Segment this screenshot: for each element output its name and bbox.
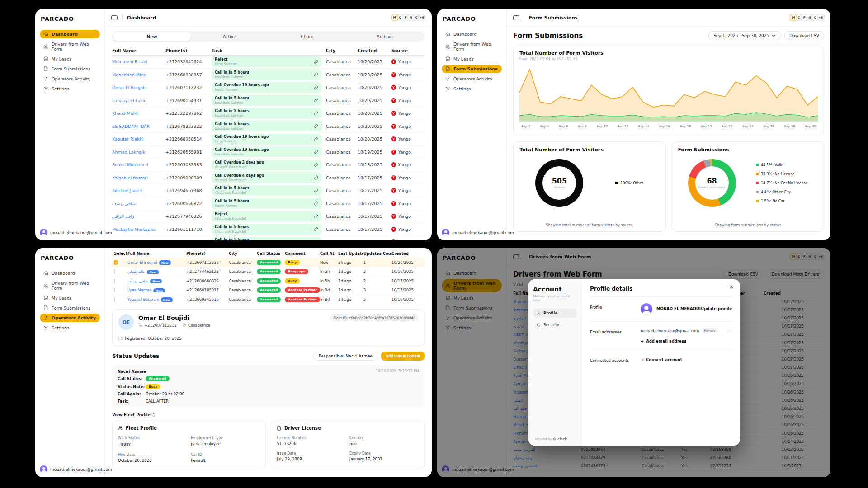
tab-active[interactable]: Active (191, 32, 269, 41)
sidebar-item-operators-activity[interactable]: Operators Activity (40, 314, 100, 322)
row-checkbox[interactable] (114, 288, 115, 292)
row-checkbox[interactable] (114, 269, 115, 274)
operator-lead-link[interactable]: شافي يوسف (127, 279, 148, 283)
operator-lead-link[interactable]: Ilyas Marzaq (127, 288, 151, 292)
table-row[interactable]: Ahmad Lakhalk+212626665981Call Overdue 1… (112, 146, 425, 159)
operator-lead-link[interactable]: خالد البدلي (127, 269, 145, 274)
table-row[interactable]: Mohedden Mino+212668888857Call In in 5 h… (112, 69, 425, 82)
link-icon[interactable] (314, 175, 318, 180)
link-icon[interactable] (314, 214, 318, 219)
table-row[interactable]: شافي يوسف+212600660822Call In in 5 hours… (112, 197, 425, 211)
table-row[interactable]: Ismaayl El Fakiri+212690154931Call In in… (112, 94, 425, 108)
task-badge[interactable]: Call In in 5 hoursChourouk Bouhdel (212, 185, 321, 196)
sidebar-item-dashboard[interactable]: Dashboard (40, 30, 100, 38)
sidebar-item-drivers-from-web-form[interactable]: Drivers from Web Form (40, 40, 100, 53)
table-row[interactable]: شافي يوسفNew+212600660822CasablancaAnswe… (112, 277, 425, 286)
row-checkbox[interactable] (114, 279, 115, 283)
sidebar-item-dashboard[interactable]: Dashboard (40, 269, 100, 277)
row-checkbox[interactable] (114, 297, 115, 302)
sidebar-item-operators-activity[interactable]: Operators Activity (442, 75, 502, 83)
link-icon[interactable] (314, 98, 318, 103)
connect-account-button[interactable]: +Connect account (641, 357, 682, 362)
table-row[interactable]: ES SADDAM IDAR+212678323322Call In in 5 … (112, 120, 425, 133)
close-icon[interactable]: ✕ (729, 284, 734, 290)
link-icon[interactable] (314, 163, 318, 167)
avatar-+6[interactable]: +6 (817, 14, 824, 21)
link-icon[interactable] (314, 85, 318, 90)
tab-churn[interactable]: Churn (269, 32, 346, 41)
task-badge[interactable]: RejectChourouk Bouhdel (212, 211, 321, 222)
lead-name-link[interactable]: ES SADDAM IDAR (112, 124, 165, 129)
date-range-button[interactable]: Sep 1, 2025 - Sep 30, 2025 (708, 31, 781, 40)
table-row[interactable]: Mustapha Mustapha+212661111710Call In in… (112, 223, 425, 236)
lead-name-link[interactable]: Kaoutar Riakhi (112, 136, 165, 141)
modal-nav-profile[interactable]: Profile (533, 309, 577, 318)
modal-nav-security[interactable]: Security (533, 320, 577, 329)
responsible-button[interactable]: Responsible: Naciri Asmae (314, 352, 377, 361)
sidebar-toggle-icon[interactable] (513, 15, 519, 20)
tab-archive[interactable]: Archive (346, 32, 424, 41)
task-badge[interactable]: Call Overdue 19 hours agoboukitab Salman (212, 146, 321, 157)
link-icon[interactable] (314, 60, 318, 64)
task-badge[interactable]: Call Overdue 4 days agoYoussef Daamouch (212, 172, 321, 183)
sidebar-item-settings[interactable]: Settings (40, 84, 100, 93)
lead-name-link[interactable]: Khalid Malki (112, 111, 165, 116)
sidebar-item-my-leads[interactable]: My Leads (40, 294, 100, 302)
link-icon[interactable] (314, 137, 318, 141)
table-row[interactable]: Ilyas MarzaqNew+212660185017CasablancaAn… (112, 286, 425, 296)
task-badge[interactable]: Call In in 5 hoursboukitab Salman (212, 121, 321, 131)
table-row[interactable]: ✓Omar El BoujidiNew+212607112232Casablan… (112, 258, 425, 267)
task-badge[interactable]: Call In in 5 hoursboukitab Salman (212, 108, 321, 119)
avatar-M[interactable]: M (790, 14, 797, 21)
sidebar-item-settings[interactable]: Settings (40, 324, 100, 332)
table-row[interactable]: Kaoutar Riakhi+212668058514Call Overdue … (112, 133, 425, 146)
table-row[interactable]: Youssef BetarchiNew+212669342616Casablan… (112, 295, 425, 305)
table-row[interactable]: Soukri Mohamed+212663083383Call Overdue … (112, 159, 425, 172)
table-row[interactable]: Omar El Boujidi+212607112232Call Overdue… (112, 81, 425, 94)
sidebar-item-operators-activity[interactable]: Operators Activity (40, 75, 100, 83)
task-badge[interactable]: Call Overdue 19 hours agoNaciri Asmae (212, 82, 321, 93)
tab-new[interactable]: New (113, 32, 191, 41)
lead-name-link[interactable]: Elhachimi Fatiha (112, 239, 165, 240)
link-icon[interactable] (314, 227, 318, 231)
user-footer[interactable]: mouad.elmekaoui@gmail.com (40, 229, 112, 236)
link-icon[interactable] (314, 124, 318, 128)
avatar-M[interactable]: M (391, 14, 398, 21)
avatar-group[interactable]: MCFNC+6 (391, 14, 425, 21)
lead-name-link[interactable]: شافي يوسف (112, 201, 165, 206)
operator-lead-link[interactable]: Youssef Betarchi (127, 297, 159, 302)
sidebar-item-settings[interactable]: Settings (442, 84, 502, 93)
add-email-button[interactable]: +Add email address (641, 339, 732, 343)
lead-name-link[interactable]: Mohamed Erradi (112, 59, 165, 64)
download-csv-button[interactable]: Download CSV (784, 31, 824, 40)
user-footer[interactable]: mouad.elmekaoui@gmail.com (442, 229, 514, 236)
table-row[interactable]: خالد البدليNew+212774462123CasablancaAns… (112, 267, 425, 277)
task-badge[interactable]: Call In in 5 hoursNaciri Asmae (212, 198, 321, 209)
link-icon[interactable] (314, 150, 318, 154)
sidebar-item-my-leads[interactable]: My Leads (40, 55, 100, 63)
sidebar-toggle-icon[interactable] (111, 15, 118, 20)
lead-name-link[interactable]: Mustapha Mustapha (112, 227, 165, 232)
task-badge[interactable]: Call Overdue 19 hours agoFaraj Sultane (212, 134, 321, 145)
lead-name-link[interactable]: Mohedden Mino (112, 72, 165, 77)
sidebar-item-dashboard[interactable]: Dashboard (442, 30, 502, 38)
sidebar-item-form-submissions[interactable]: Form Submissions (40, 304, 100, 312)
sidebar-item-drivers-from-web-form[interactable]: Drivers from Web Form (442, 40, 502, 53)
task-badge[interactable]: Call In in 5 hoursboukitab Salman (212, 95, 321, 106)
add-status-update-button[interactable]: Add Status Update (381, 352, 425, 361)
lead-name-link[interactable]: Ibrahim Jnane (112, 188, 165, 193)
lead-name-link[interactable]: Soukri Mohamed (112, 162, 165, 167)
table-row[interactable]: زاقي الزاقي+212677946326RejectChourouk B… (112, 210, 425, 223)
email-options-icon[interactable]: ⋯ (727, 328, 732, 333)
task-badge[interactable]: RejectFaraj Sultane (212, 56, 321, 67)
avatar-group[interactable]: MCFNC+6 (790, 14, 824, 21)
row-checkbox[interactable]: ✓ (114, 260, 118, 265)
table-row[interactable]: Ibrahim Jnane+212694667968Call In in 5 h… (112, 184, 425, 197)
lead-name-link[interactable]: Ismaayl El Fakiri (112, 98, 165, 103)
view-fleet-profile-toggle[interactable]: View Fleet Profile (112, 413, 425, 417)
operator-lead-link[interactable]: Omar El Boujidi (127, 260, 157, 265)
lead-name-link[interactable]: Omar El Boujidi (112, 85, 165, 90)
user-footer[interactable]: mouad.elmekaoui@gmail.com (40, 465, 112, 473)
link-icon[interactable] (314, 111, 318, 116)
link-icon[interactable] (314, 188, 318, 193)
